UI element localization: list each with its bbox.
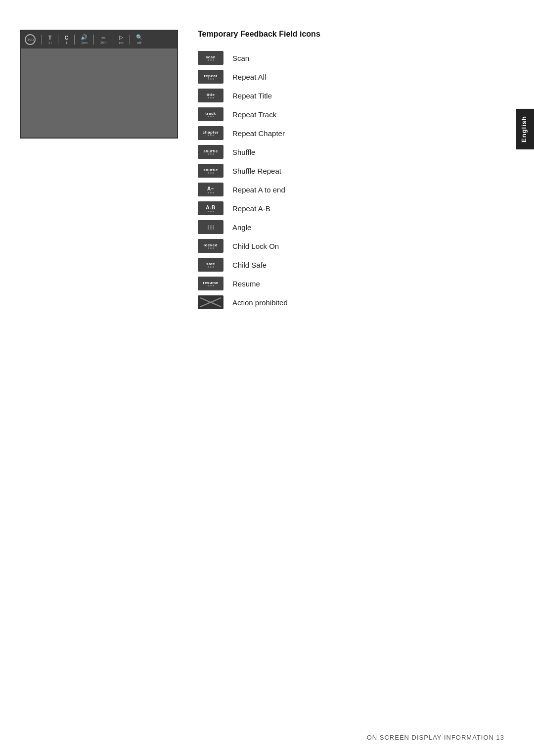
language-tab: English xyxy=(516,109,534,149)
child-safe-label: Child Safe xyxy=(232,261,267,269)
icon-row-angle: Angle xyxy=(198,218,504,236)
shuffle-repeat-label: Shuffle Repeat xyxy=(232,167,281,175)
scan-label: Scan xyxy=(232,54,249,62)
icon-row-repeat-chapter: chapter Repeat Chapter xyxy=(198,124,504,142)
angle-label: Angle xyxy=(232,223,251,232)
repeat-title-label: Repeat Title xyxy=(232,92,272,100)
dvd-label: DVD xyxy=(27,38,34,42)
repeat-ab-label: Repeat A-B xyxy=(232,204,270,213)
icon-row-shuffle: shuffle Shuffle xyxy=(198,142,504,161)
icon-row-repeat-a-end: A– Repeat A to end xyxy=(198,180,504,199)
icon-row-prohibited: Action prohibited xyxy=(198,293,504,312)
repeat-track-label: Repeat Track xyxy=(232,110,276,119)
repeat-chapter-label: Repeat Chapter xyxy=(232,129,285,138)
section-title: Temporary Feedback Field icons xyxy=(198,30,504,39)
repeat-a-end-label: Repeat A to end xyxy=(232,186,285,194)
repeat-track-badge: track xyxy=(198,107,223,121)
osd-screen: DVD T 1↕ C 1 🔊 1en ▭ 1e xyxy=(20,30,178,139)
osd-field-audio: 🔊 1en xyxy=(81,34,88,45)
osd-field-zoom: 🔍 off xyxy=(136,34,143,45)
prohibited-label: Action prohibited xyxy=(232,298,288,307)
icon-list: scan Scan repeat Repeat All title Repeat… xyxy=(198,48,504,312)
icon-row-scan: scan Scan xyxy=(198,48,504,67)
separator-5 xyxy=(113,35,113,45)
repeat-ab-badge: A-B xyxy=(198,201,223,215)
osd-top-bar: DVD T 1↕ C 1 🔊 1en ▭ 1e xyxy=(21,31,177,48)
icons-panel: Temporary Feedback Field icons scan Scan… xyxy=(198,30,504,312)
separator-1 xyxy=(42,35,42,45)
osd-field-c: C 1 xyxy=(64,35,68,45)
osd-body xyxy=(21,48,177,138)
shuffle-label: Shuffle xyxy=(232,148,255,156)
repeat-title-badge: title xyxy=(198,89,223,102)
icon-row-repeat-all: repeat Repeat All xyxy=(198,67,504,86)
icon-row-repeat-title: title Repeat Title xyxy=(198,86,504,105)
separator-4 xyxy=(93,35,94,45)
repeat-all-label: Repeat All xyxy=(232,73,266,81)
separator-6 xyxy=(130,35,130,45)
separator-2 xyxy=(58,35,58,45)
repeat-chapter-badge: chapter xyxy=(198,126,223,140)
icon-row-shuffle-repeat: shuffle Shuffle Repeat xyxy=(198,161,504,180)
osd-panel: DVD T 1↕ C 1 🔊 1en ▭ 1e xyxy=(20,30,178,139)
child-lock-badge: locked xyxy=(198,239,223,253)
resume-label: Resume xyxy=(232,280,260,288)
child-lock-label: Child Lock On xyxy=(232,242,279,250)
icon-row-repeat-track: track Repeat Track xyxy=(198,105,504,124)
shuffle-badge: shuffle xyxy=(198,145,223,159)
repeat-all-badge: repeat xyxy=(198,70,223,84)
icon-row-child-safe: safe Child Safe xyxy=(198,255,504,274)
page-footer: ON SCREEN DISPLAY INFORMATION 13 xyxy=(367,734,504,741)
resume-badge: resume xyxy=(198,277,223,290)
scan-badge: scan xyxy=(198,51,223,65)
child-safe-badge: safe xyxy=(198,258,223,272)
osd-field-t: T 1↕ xyxy=(48,35,52,45)
repeat-a-end-badge: A– xyxy=(198,183,223,196)
osd-field-angle: ▷ no xyxy=(119,34,124,45)
dvd-icon: DVD xyxy=(25,34,36,45)
icon-row-child-lock: locked Child Lock On xyxy=(198,236,504,255)
icon-row-resume: resume Resume xyxy=(198,274,504,293)
osd-field-subtitle: ▭ 1en xyxy=(100,35,106,45)
separator-3 xyxy=(74,35,75,45)
icon-row-repeat-ab: A-B Repeat A-B xyxy=(198,199,504,218)
angle-badge xyxy=(198,220,223,234)
shuffle-repeat-badge: shuffle xyxy=(198,164,223,178)
prohibited-badge xyxy=(198,295,223,309)
